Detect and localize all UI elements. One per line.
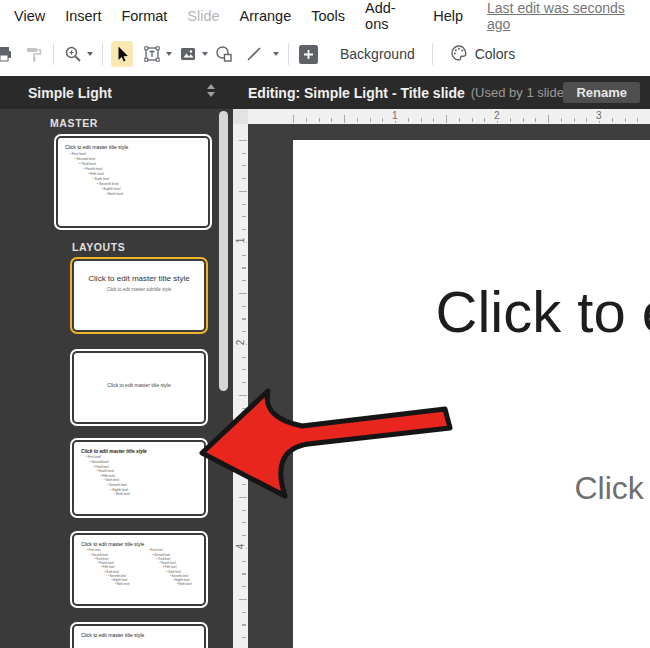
insert-placeholder-button[interactable] <box>297 41 319 67</box>
google-slides-master-editor: ViewInsertFormatSlideArrangeToolsAdd-ons… <box>0 0 650 648</box>
zoom-dropdown-caret[interactable] <box>87 52 93 56</box>
text-box-dropdown-caret[interactable] <box>166 52 172 56</box>
background-button-label: Background <box>340 46 415 62</box>
colors-button-label: Colors <box>475 46 515 62</box>
layout-thumbnail-title-only[interactable]: Click to edit master title style <box>70 622 208 648</box>
layout-thumbnail-title-and-body[interactable]: Click to edit master title style First l… <box>70 438 208 518</box>
zoom-button[interactable] <box>62 41 84 67</box>
toolbar-divider <box>102 43 103 65</box>
thumb-bullet-list: First levelSecond levelThird levelFourth… <box>86 455 204 497</box>
text-box-icon <box>143 45 161 63</box>
used-by-count: (Used by 1 slide) <box>471 85 569 100</box>
theme-name: Simple Light <box>28 76 112 109</box>
layouts-section-label: LAYOUTS <box>72 241 125 253</box>
ruler-corner <box>233 109 248 124</box>
line-tool-button[interactable] <box>243 41 265 67</box>
thumb-title-text: Click to edit master title style <box>81 448 197 454</box>
menu-item[interactable]: Insert <box>55 8 111 24</box>
layout-thumbnail-section-header[interactable]: Click to edit master title style <box>70 349 208 426</box>
thumb-title-text: Click to edit master title style <box>81 632 197 638</box>
menu-list: ViewInsertFormatSlideArrangeToolsAdd-ons… <box>0 0 473 32</box>
master-title-placeholder[interactable]: Click to edit master title style <box>293 278 650 345</box>
layout-thumbnail-title-slide[interactable]: Click to edit master title style Click t… <box>70 257 208 334</box>
thumb-title-text: Click to edit master title style <box>79 274 199 283</box>
select-cursor-icon <box>113 45 131 63</box>
thumb-bullet-list: First levelSecond levelThird levelFourth… <box>70 151 208 196</box>
slide-canvas[interactable]: Click to edit master title style Click t… <box>293 140 650 648</box>
slide-work-area: Click to edit master title style Click t… <box>233 109 650 648</box>
thumb-title-text: Click to edit master title style <box>74 382 204 388</box>
insert-image-button[interactable] <box>177 41 199 67</box>
shape-icon <box>215 45 233 63</box>
image-icon <box>179 45 197 63</box>
print-icon <box>0 45 13 63</box>
master-section-label: MASTER <box>50 117 98 129</box>
insert-placeholder-icon <box>299 45 318 64</box>
menu-item[interactable]: Tools <box>301 8 355 24</box>
paint-format-icon <box>25 45 43 63</box>
vertical-ruler: 1234 <box>233 124 248 648</box>
horizontal-ruler: 123 <box>233 109 650 124</box>
background-button[interactable]: Background <box>329 42 426 66</box>
toolbar-divider <box>288 43 289 65</box>
line-dropdown-caret[interactable] <box>273 52 279 56</box>
menu-item[interactable]: Format <box>111 8 177 24</box>
menu-item[interactable]: Help <box>423 8 473 24</box>
master-slide-thumbnail[interactable]: Click to edit master title style First l… <box>54 134 212 230</box>
editing-title: Editing: Simple Light - Title slide <box>248 85 465 101</box>
panel-scrollbar[interactable] <box>219 111 228 391</box>
palette-icon <box>450 44 468 65</box>
shape-button[interactable] <box>213 41 235 67</box>
toolbar-divider <box>432 43 433 65</box>
layout-thumbnail-two-columns[interactable]: Click to edit master title style First l… <box>70 531 208 608</box>
thumb-subtitle-text: Click to edit master subtitle style <box>74 287 204 292</box>
menu-item[interactable]: Arrange <box>230 8 302 24</box>
master-subtitle-placeholder[interactable]: Click to edit master subtitle style <box>293 470 650 507</box>
line-icon <box>245 45 263 63</box>
master-editor-header: Simple Light Editing: Simple Light - Tit… <box>0 76 650 109</box>
toolbar-divider <box>53 43 54 65</box>
last-edit-link[interactable]: Last edit was seconds ago <box>487 0 650 32</box>
print-button[interactable] <box>0 41 15 67</box>
menu-item[interactable]: Slide <box>177 8 229 24</box>
thumb-title-text: Click to edit master title style <box>81 541 197 547</box>
paint-format-button[interactable] <box>23 41 45 67</box>
menu-item[interactable]: Add-ons <box>355 0 423 32</box>
select-tool-button[interactable] <box>111 41 133 67</box>
toolbar: Background Colors <box>0 32 650 76</box>
thumb-bullet-list-right: First levelSecond levelThird levelFourth… <box>149 548 204 586</box>
thumb-bullet-list-left: First levelSecond levelThird levelFourth… <box>87 548 142 586</box>
theme-panel: MASTER Click to edit master title style … <box>0 109 233 648</box>
rename-button[interactable]: Rename <box>563 82 640 103</box>
menu-item[interactable]: View <box>4 8 55 24</box>
colors-button[interactable]: Colors <box>439 40 526 69</box>
zoom-icon <box>64 45 82 63</box>
thumb-title-text: Click to edit master title style <box>65 144 201 150</box>
menu-bar: ViewInsertFormatSlideArrangeToolsAdd-ons… <box>0 0 650 32</box>
image-dropdown-caret[interactable] <box>202 52 208 56</box>
theme-spinner-icon[interactable] <box>207 84 215 97</box>
text-box-button[interactable] <box>141 41 163 67</box>
